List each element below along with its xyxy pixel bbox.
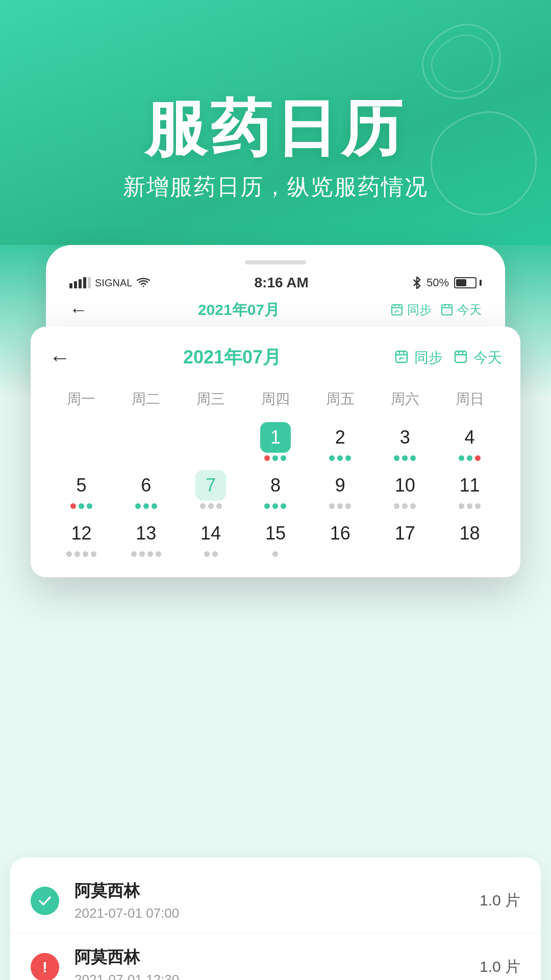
med-status-success-1 — [31, 887, 59, 915]
hero-decor-bottom-right — [418, 102, 551, 235]
cal-cell-17[interactable]: 17 — [372, 515, 437, 560]
dots-10 — [394, 503, 416, 509]
weekday-mon: 周一 — [49, 384, 114, 414]
today-icon-bg — [440, 303, 454, 317]
svg-rect-0 — [392, 305, 402, 315]
dots-8 — [264, 503, 286, 509]
today-btn-bg[interactable]: 今天 — [440, 302, 482, 318]
dots-14 — [204, 551, 218, 557]
float-cal-weekdays: 周一 周二 周三 周四 周五 周六 周日 — [49, 384, 502, 414]
date-18: 18 — [455, 518, 485, 549]
status-right: 50% — [412, 276, 482, 289]
hero-section: 服药日历 新增服药日历，纵览服药情况 — [0, 0, 551, 265]
date-4: 4 — [455, 422, 485, 453]
dots-5 — [70, 503, 92, 509]
date-12: 12 — [66, 518, 96, 549]
cal-week-3: 12 13 — [49, 515, 502, 560]
hero-subtitle: 新增服药日历，纵览服药情况 — [123, 172, 428, 202]
float-sync-icon — [394, 349, 411, 366]
weekday-tue: 周二 — [114, 384, 179, 414]
dots-11 — [459, 503, 481, 509]
med-name-1: 阿莫西林 — [74, 880, 464, 902]
med-time-1: 2021-07-01 07:00 — [74, 905, 464, 921]
weekday-thu: 周四 — [243, 384, 308, 414]
date-15: 15 — [260, 518, 291, 549]
cal-cell-8[interactable]: 8 — [243, 467, 308, 512]
phone-nav-bg: ← 2021年07月 同步 — [61, 299, 490, 321]
dots-4 — [459, 455, 481, 461]
date-14: 14 — [195, 518, 226, 549]
cal-cell-13[interactable]: 13 — [114, 515, 179, 560]
svg-rect-12 — [455, 351, 466, 362]
medicine-list-1: 阿莫西林 2021-07-01 07:00 1.0 片 ! 阿莫西林 2021-… — [10, 857, 541, 980]
date-6: 6 — [131, 470, 161, 501]
cal-week-2: 5 6 7 — [49, 467, 502, 512]
battery-icon — [454, 277, 482, 288]
med-dosage-1: 1.0 片 — [480, 890, 520, 911]
cal-cell-14[interactable]: 14 — [179, 515, 243, 560]
dots-7 — [200, 503, 222, 509]
weekday-sun: 周日 — [437, 384, 502, 414]
cal-cell-2[interactable]: 2 — [308, 419, 372, 464]
bluetooth-icon — [412, 277, 421, 289]
cal-cell-15[interactable]: 15 — [243, 515, 308, 560]
dots-2 — [329, 455, 351, 461]
cal-cell-18[interactable]: 18 — [437, 515, 502, 560]
notch-bar — [245, 260, 306, 264]
date-2: 2 — [325, 422, 356, 453]
float-today-btn[interactable]: 今天 — [453, 348, 502, 368]
float-sync-label: 同步 — [414, 348, 443, 368]
svg-rect-8 — [396, 351, 407, 362]
battery-percentage: 50% — [427, 276, 449, 289]
status-left: SIGNAL — [69, 277, 151, 289]
cal-cell-9[interactable]: 9 — [308, 467, 372, 512]
dots-1 — [264, 455, 286, 461]
phone-mockup: SIGNAL 8:16 AM 50% — [46, 245, 505, 398]
float-sync-btn[interactable]: 同步 — [394, 348, 443, 368]
cal-cell-11[interactable]: 11 — [437, 467, 502, 512]
cal-cell-7[interactable]: 7 — [179, 467, 243, 512]
float-today-label: 今天 — [473, 348, 502, 368]
cal-cell-4[interactable]: 4 — [437, 419, 502, 464]
float-nav-actions: 同步 今天 — [394, 348, 502, 368]
check-icon-1 — [37, 893, 53, 909]
date-11: 11 — [455, 470, 485, 501]
dots-15 — [272, 551, 278, 557]
weekday-fri: 周五 — [308, 384, 372, 414]
cal-cell-10[interactable]: 10 — [372, 467, 437, 512]
cal-cell-12[interactable]: 12 — [49, 515, 114, 560]
cal-cell-5[interactable]: 5 — [49, 467, 114, 512]
cal-cell-16[interactable]: 16 — [308, 515, 372, 560]
med-info-2: 阿莫西林 2021-07-01 12:30 — [74, 946, 464, 980]
signal-label: SIGNAL — [95, 277, 132, 289]
signal-icon — [69, 277, 91, 288]
float-back-arrow[interactable]: ← — [49, 346, 70, 370]
med-item-2[interactable]: ! 阿莫西林 2021-07-01 12:30 1.0 片 — [10, 934, 541, 980]
med-info-1: 阿莫西林 2021-07-01 07:00 — [74, 880, 464, 921]
med-item-1[interactable]: 阿莫西林 2021-07-01 07:00 1.0 片 — [10, 868, 541, 934]
cal-cell-3[interactable]: 3 — [372, 419, 437, 464]
dots-6 — [135, 503, 157, 509]
date-17: 17 — [390, 518, 420, 549]
date-13: 13 — [131, 518, 161, 549]
dots-3 — [394, 455, 416, 461]
svg-rect-4 — [442, 305, 452, 315]
hero-title: 服药日历 — [145, 94, 406, 162]
floating-calendar-card: ← 2021年07月 同步 — [31, 327, 520, 577]
sync-btn-bg[interactable]: 同步 — [390, 302, 432, 318]
cal-cell-1[interactable]: 1 — [243, 419, 308, 464]
dots-12 — [66, 551, 96, 557]
date-7: 7 — [195, 470, 226, 501]
sync-icon-bg — [390, 303, 404, 317]
med-status-warning-2: ! — [31, 953, 59, 981]
float-today-icon — [453, 349, 470, 366]
med-time-2: 2021-07-01 12:30 — [74, 972, 464, 980]
status-time: 8:16 AM — [254, 275, 308, 291]
float-nav: ← 2021年07月 同步 — [49, 345, 502, 370]
back-arrow-bg[interactable]: ← — [69, 299, 88, 321]
date-10: 10 — [390, 470, 420, 501]
cal-week-1: 1 2 3 — [49, 419, 502, 464]
date-3: 3 — [390, 422, 420, 453]
weekday-sat: 周六 — [372, 384, 437, 414]
cal-cell-6[interactable]: 6 — [114, 467, 179, 512]
